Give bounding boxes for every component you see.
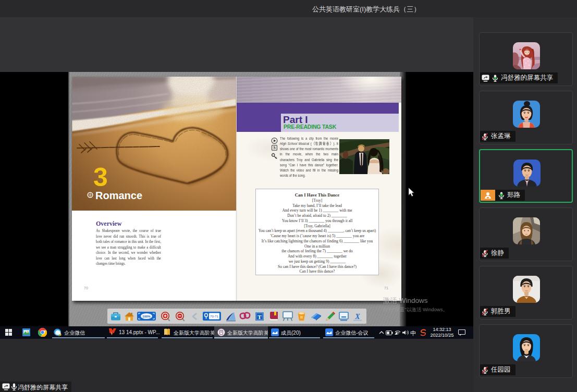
svg-text:70-71: 70-71 [210, 314, 218, 318]
svg-text:S: S [273, 145, 276, 150]
svg-text:T: T [257, 314, 262, 320]
svg-text:100%: 100% [142, 315, 151, 318]
svg-text:X: X [354, 313, 360, 321]
